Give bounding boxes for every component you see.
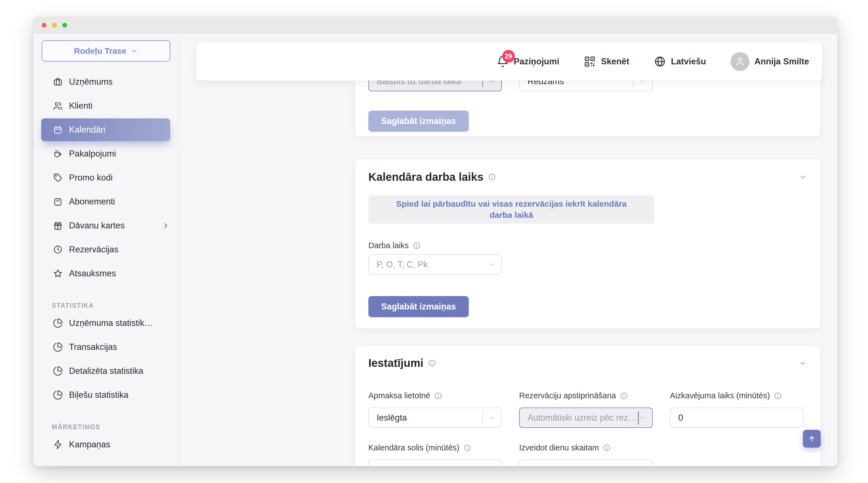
sidebar-item-pakalpojumi[interactable]: Pakalpojumi [33, 142, 178, 166]
pie-chart-icon [53, 390, 63, 400]
notifications-button[interactable]: 29 Paziņojumi [497, 55, 559, 68]
reservation-approval-label: Rezervāciju apstiprināšana [519, 391, 653, 400]
sidebar-item-label: Promo kodi [69, 173, 113, 183]
pie-chart-icon [53, 342, 63, 352]
save-changes-button[interactable]: Saglabāt izmaiņas [368, 296, 469, 317]
payment-in-app-label: Apmaksa lietotnē [368, 391, 502, 400]
sidebar-item-label: Kampaņas [69, 439, 110, 450]
pie-chart-icon [53, 318, 63, 328]
sidebar-item-label: Klienti [69, 101, 92, 111]
sidebar-item-label: Rezervācijas [69, 245, 118, 255]
calendar-step-label: Kalendāra solis (minūtēs) [368, 443, 502, 452]
collapse-chevron-icon[interactable] [799, 359, 807, 367]
info-icon [463, 444, 471, 452]
window-titlebar [33, 17, 837, 34]
create-days-input[interactable] [519, 460, 653, 466]
info-icon [603, 444, 611, 452]
info-icon [428, 359, 436, 367]
sidebar-section-marketings: MĀRKETINGS [33, 421, 178, 433]
sidebar-item-kalendari[interactable]: Kalendāri [41, 118, 170, 141]
sidebar-item-label: Abonementi [69, 197, 115, 207]
sidebar-item-atsauksmes[interactable]: Atsauksmes [33, 261, 178, 285]
zoom-window-button[interactable] [62, 23, 67, 28]
star-icon [53, 268, 63, 279]
save-changes-button-disabled[interactable]: Saglabāt izmaiņas [368, 111, 469, 132]
sidebar-nav: Uzņēmums Klienti Kalendāri Pakalpojumi P [33, 70, 178, 457]
user-name: Annija Smilte [754, 57, 809, 66]
sidebar-item-klienti[interactable]: Klienti [33, 94, 178, 118]
info-icon [412, 242, 421, 250]
payment-in-app-select[interactable]: Ieslēgta [368, 407, 502, 428]
sidebar-item-label: Uzņēmuma statistik… [69, 318, 153, 328]
notifications-badge: 29 [502, 50, 515, 63]
sidebar-item-rezervacijas[interactable]: Rezervācijas [33, 237, 178, 261]
coffee-icon [53, 149, 63, 159]
briefcase-icon [53, 77, 63, 87]
user-menu-button[interactable]: Annija Smilte [731, 52, 809, 71]
app-window: Rodeļu Trase Uzņēmums Klienti Kalendāri [33, 17, 837, 466]
close-window-button[interactable] [42, 23, 46, 28]
sidebar-item-bilesu-statistika[interactable]: Biļešu statistika [33, 383, 178, 407]
sidebar-item-label: Dāvanu kartes [69, 221, 125, 231]
sidebar-item-detalizeta-statistika[interactable]: Detalizēta statistika [33, 359, 178, 383]
language-label: Latviešu [671, 57, 706, 66]
organization-switcher-button[interactable]: Rodeļu Trase [42, 40, 170, 62]
person-icon [734, 56, 746, 67]
globe-icon [654, 55, 666, 68]
reservation-approval-select[interactable]: Automātiski uzreiz pēc rez… [519, 407, 653, 428]
organization-name: Rodeļu Trase [74, 46, 126, 56]
delay-time-label: Aizkavējuma laiks (minūtēs) [670, 391, 803, 400]
language-button[interactable]: Latviešu [654, 55, 706, 68]
settings-card: Iestatījumi Apmaksa lietotnē Ieslēgta [355, 346, 820, 466]
sidebar-section-statistika: STATISTIKA [33, 300, 178, 311]
sidebar: Rodeļu Trase Uzņēmums Klienti Kalendāri [33, 34, 179, 466]
working-hours-title: Kalendāra darba laiks [368, 171, 484, 183]
sidebar-item-label: Kalendāri [69, 125, 105, 135]
sidebar-item-uznemums[interactable]: Uzņēmums [33, 70, 178, 94]
sidebar-item-label: Atsauksmes [69, 268, 116, 279]
chevron-down-icon [639, 414, 646, 421]
main-area: 29 Paziņojumi Skenēt Latviešu Annij [179, 34, 837, 466]
info-icon [488, 173, 496, 181]
delay-time-input[interactable] [670, 407, 803, 428]
clock-icon [53, 245, 63, 255]
shopping-bag-icon [53, 197, 63, 207]
sidebar-item-label: Pakalpojumi [69, 149, 116, 159]
working-days-select[interactable]: P, O, T, C, Pk [368, 254, 502, 275]
create-days-label: Izveidot dienu skaitam [519, 443, 653, 452]
topbar: 29 Paziņojumi Skenēt Latviešu Annij [196, 42, 822, 81]
gift-icon [53, 221, 63, 231]
chevron-down-icon [488, 261, 495, 268]
minimize-window-button[interactable] [52, 23, 57, 28]
sidebar-item-transakcijas[interactable]: Transakcijas [33, 335, 178, 359]
working-hours-field-label: Darba laiks [368, 241, 421, 250]
sidebar-item-label: Uzņēmums [69, 77, 113, 87]
avatar [731, 52, 749, 71]
settings-title: Iestatījumi [368, 357, 424, 369]
sidebar-item-davanu-kartes[interactable]: Dāvanu kartes [33, 214, 178, 237]
collapse-chevron-icon[interactable] [799, 173, 807, 181]
sidebar-item-label: Transakcijas [69, 342, 117, 352]
notifications-label: Paziņojumi [514, 57, 559, 66]
pie-chart-icon [53, 366, 63, 376]
sidebar-item-promo-kodi[interactable]: Promo kodi [33, 166, 178, 190]
calendar-step-input[interactable] [368, 460, 502, 466]
scan-button[interactable]: Skenēt [584, 55, 629, 68]
sidebar-item-abonementi[interactable]: Abonementi [33, 190, 178, 214]
lightning-icon [53, 439, 63, 450]
info-icon [774, 392, 782, 400]
info-icon [434, 392, 442, 400]
qr-code-icon [584, 55, 596, 68]
chevron-down-icon [488, 414, 495, 421]
chevron-right-icon [162, 222, 170, 229]
sidebar-item-label: Detalizēta statistika [69, 366, 143, 376]
chevron-down-icon [131, 47, 138, 55]
working-hours-card: Kalendāra darba laiks Spied lai pārbaudī… [355, 160, 820, 329]
sidebar-item-uznemuma-statistika[interactable]: Uzņēmuma statistik… [33, 311, 178, 335]
scroll-to-top-button[interactable] [803, 430, 821, 448]
sidebar-item-label: Biļešu statistika [69, 390, 128, 400]
check-reservations-notice[interactable]: Spied lai pārbaudītu vai visas rezervāci… [368, 195, 654, 224]
sidebar-item-kampanas[interactable]: Kampaņas [33, 433, 178, 457]
scan-label: Skenēt [601, 57, 629, 66]
calendar-icon [53, 125, 63, 135]
